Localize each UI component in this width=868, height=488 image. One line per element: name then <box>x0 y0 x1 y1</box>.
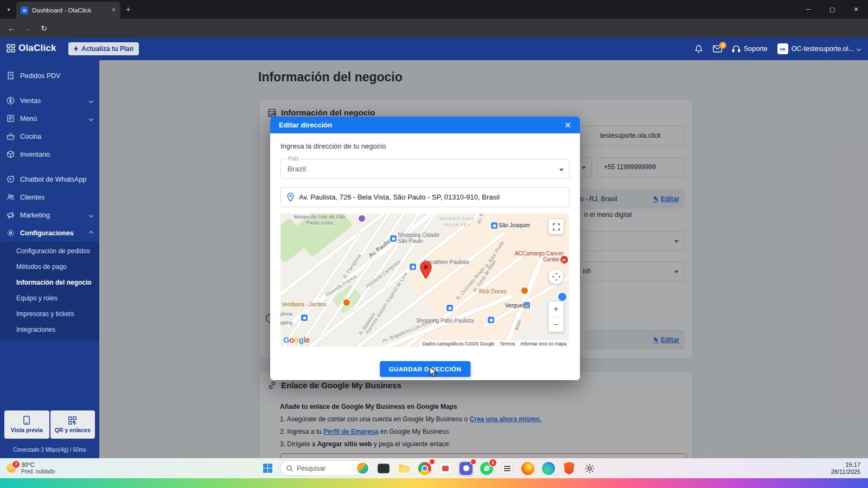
new-tab-button[interactable]: + <box>126 4 131 14</box>
menu-book-icon <box>7 114 15 123</box>
shopping-pin-icon[interactable] <box>301 314 308 321</box>
fullscreen-button[interactable] <box>548 219 564 234</box>
taskbar-app-terminal[interactable] <box>375 460 392 477</box>
tab-title: Dashboard - OlaClick <box>32 7 107 14</box>
map-attribution: Dados cartográficos ©2025 Google Termos … <box>420 340 569 347</box>
tab-close-icon[interactable]: ✕ <box>111 7 116 14</box>
sidebar-item-chatbot-whatsapp[interactable]: Chatbot de WhatsApp <box>0 170 99 188</box>
account-label: OC-testesuporte.ol... <box>792 45 854 53</box>
map-terms-link[interactable]: Termos <box>500 341 515 346</box>
taskbar-app-whatsapp[interactable]: 1 <box>478 460 495 477</box>
sidebar-item-clientes[interactable]: Clientes <box>0 188 99 206</box>
save-address-button[interactable]: GUARDAR DIRECCIÓN <box>380 361 470 377</box>
shopping-pin-icon[interactable] <box>488 317 494 323</box>
museum-pin-icon[interactable] <box>359 215 365 222</box>
taskbar-app-brave[interactable] <box>561 460 577 477</box>
taskbar-app-edge[interactable] <box>540 460 557 477</box>
taskbar-app-settings[interactable] <box>582 460 598 477</box>
brave-icon <box>563 462 575 475</box>
qr-icon <box>68 416 76 425</box>
back-button[interactable]: ← <box>5 22 17 34</box>
country-select[interactable]: País Brazil <box>280 159 570 179</box>
taskbar-app-printer[interactable] <box>499 460 515 477</box>
browser-tab[interactable]: o Dashboard - OlaClick ✕ <box>16 2 120 18</box>
sidebar-item-marketing[interactable]: Marketing <box>0 206 99 224</box>
purple-app-icon <box>459 462 473 475</box>
sidebar-subitem-informacion-negocio[interactable]: Información del negocio <box>0 274 99 290</box>
settings-gear-icon <box>584 463 595 474</box>
chevron-down-icon <box>857 47 861 51</box>
notifications-bell-icon[interactable] <box>694 44 703 53</box>
start-button[interactable] <box>259 460 276 477</box>
support-button[interactable]: Soporte <box>732 45 768 53</box>
taskbar-app-chrome[interactable] <box>417 460 433 477</box>
clock-time: 15:17 <box>845 461 860 468</box>
sidebar-item-inventario[interactable]: Inventario <box>0 145 99 163</box>
sidebar-item-cocina[interactable]: Cocina <box>0 127 99 145</box>
map-area-label: MORRO DOS INGLESES <box>426 216 488 228</box>
forward-button[interactable]: → <box>22 22 34 34</box>
map-marker-icon[interactable] <box>420 261 432 279</box>
map-canvas[interactable]: Av. Paulista R. Pamplona Alameda Franca … <box>280 214 569 347</box>
zoom-in-button[interactable]: + <box>548 301 564 317</box>
account-logo-icon: ola <box>777 43 788 54</box>
sidebar-item-configuraciones[interactable]: Configuraciones <box>0 224 99 242</box>
sidebar-item-menu[interactable]: Menú <box>0 110 99 127</box>
restaurant-pin-icon[interactable] <box>343 299 350 306</box>
google-maps-logo: Google <box>283 335 310 344</box>
metro-pin-icon[interactable] <box>446 305 453 311</box>
preview-button[interactable]: Vista previa <box>4 410 49 439</box>
street-view-icon[interactable] <box>558 293 566 301</box>
map-poi-label: Museu de Arte de São Paulo Assis <box>292 214 347 226</box>
shopping-pin-icon[interactable] <box>390 235 397 242</box>
metro-pin-icon[interactable] <box>410 264 416 270</box>
tab-search-button[interactable]: ▾ <box>4 5 13 14</box>
taskbar-search[interactable]: Pesquisar <box>280 460 371 476</box>
whatsapp-chat-icon <box>7 175 15 183</box>
messages-icon[interactable]: 5 <box>713 45 722 53</box>
taskbar-weather-widget[interactable]: 7 30°C Pred. nublado <box>7 460 55 477</box>
map-report-link[interactable]: Informar erro no mapa <box>520 341 566 346</box>
sidebar-subitem-integraciones[interactable]: Integraciones <box>0 322 99 337</box>
address-input[interactable]: Av. Paulista, 726 - Bela Vista, São Paul… <box>280 187 570 207</box>
mouse-cursor <box>429 367 438 377</box>
map-poi-label: Shopping Cidade São Paulo <box>398 232 444 244</box>
upgrade-plan-button[interactable]: Actualiza tu Plan <box>68 42 139 55</box>
megaphone-icon <box>7 211 15 219</box>
qr-links-button[interactable]: QR y enlaces <box>50 410 95 439</box>
weather-temp: 30°C <box>21 461 55 468</box>
taskbar-app-explorer[interactable] <box>396 460 412 477</box>
account-menu[interactable]: ola OC-testesuporte.ol... <box>777 43 860 54</box>
sidebar-item-pedidos-pdv[interactable]: Pedidos PDV <box>0 67 99 85</box>
taskbar-clock[interactable]: 15:17 28/11/2025 <box>831 460 860 477</box>
taskbar-app-mail[interactable] <box>437 460 454 477</box>
search-icon <box>286 465 293 472</box>
window-close-button[interactable]: ✕ <box>844 0 868 18</box>
edit-address-modal: Editar dirección ✕ Ingresa la dirección … <box>270 117 580 380</box>
sidebar-subitem-impresoras-tickets[interactable]: Impresoras y tickets <box>0 306 99 322</box>
taskbar-app-olaclick[interactable] <box>458 460 474 477</box>
chrome-icon <box>418 462 431 475</box>
country-label: País <box>286 156 301 162</box>
taskbar-app-firefox[interactable] <box>520 460 536 477</box>
restaurant-pin-icon[interactable] <box>521 287 528 294</box>
modal-title: Editar dirección <box>279 121 564 129</box>
close-icon[interactable]: ✕ <box>564 120 571 130</box>
sidebar-item-ventas[interactable]: Ventas <box>0 92 99 110</box>
folder-icon <box>398 464 410 473</box>
bolt-icon <box>74 46 79 52</box>
window-minimize-button[interactable]: ─ <box>796 0 820 18</box>
metro-pin-icon[interactable] <box>491 222 497 229</box>
sidebar-subitem-metodos-pago[interactable]: Métodos de pago <box>0 259 99 274</box>
sidebar-subitem-configuracion-pedidos[interactable]: Configuración de pedidos <box>0 243 99 259</box>
window-maximize-button[interactable]: ▢ <box>820 0 844 18</box>
pan-control[interactable] <box>548 269 564 284</box>
modal-subtitle: Ingresa la dirección de tu negocio <box>280 142 570 150</box>
zoom-out-button[interactable]: − <box>548 317 564 332</box>
sidebar: Pedidos PDV Ventas Menú Cocina <box>0 60 99 458</box>
map-poi-label: Veridiana - Jardins <box>282 301 327 307</box>
reload-button[interactable]: ↻ <box>38 22 50 34</box>
sidebar-subitem-equipo-roles[interactable]: Equipo y roles <box>0 290 99 306</box>
messages-badge: 5 <box>719 42 726 49</box>
olaclick-logo: OlaClick <box>7 43 56 54</box>
